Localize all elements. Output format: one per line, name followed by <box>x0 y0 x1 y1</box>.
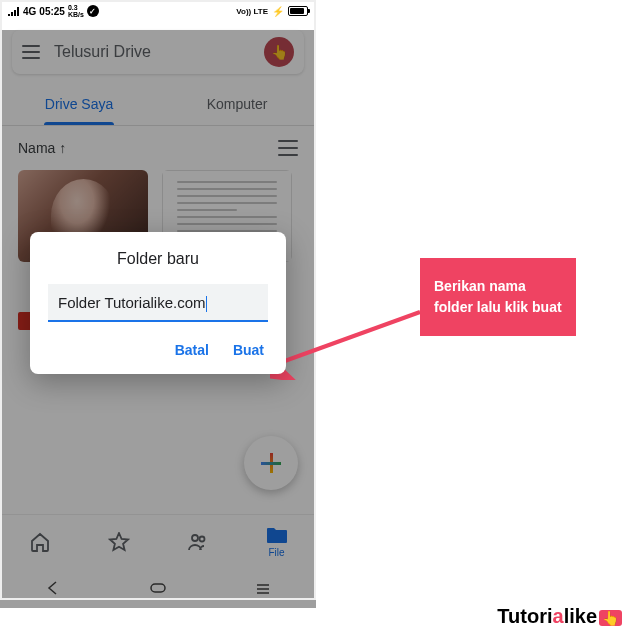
speed-value: 0.3 <box>68 4 84 11</box>
status-right: Vo)) LTE ⚡ <box>236 6 308 17</box>
dialog-input-wrap[interactable]: Folder Tutorialike.com <box>48 284 268 322</box>
charge-icon: ⚡ <box>272 6 284 17</box>
folder-name-input[interactable]: Folder Tutorialike.com <box>58 294 207 311</box>
dialog-actions: Batal Buat <box>48 336 268 364</box>
callout-text: Berikan nama folder lalu klik buat <box>434 278 562 315</box>
status-time: 05:25 <box>39 6 65 17</box>
dialog-title: Folder baru <box>48 250 268 268</box>
watermark: Tutorialike👆 <box>497 605 622 628</box>
phone-frame: 4G 05:25 0.3KB/s ✓ Vo)) LTE ⚡ Telusuri D… <box>0 0 316 600</box>
speed-unit: KB/s <box>68 11 84 18</box>
text-cursor <box>206 296 207 312</box>
check-icon: ✓ <box>87 5 99 17</box>
status-bar: 4G 05:25 0.3KB/s ✓ Vo)) LTE ⚡ <box>0 0 316 22</box>
signal-icon <box>8 6 20 16</box>
instruction-callout: Berikan nama folder lalu klik buat <box>420 258 576 336</box>
volte-icon: Vo)) LTE <box>236 7 268 16</box>
cancel-button[interactable]: Batal <box>175 342 209 358</box>
battery-icon <box>288 6 308 16</box>
create-button[interactable]: Buat <box>233 342 264 358</box>
network-type: 4G <box>23 6 36 17</box>
status-left: 4G 05:25 0.3KB/s ✓ <box>8 4 99 18</box>
new-folder-dialog: Folder baru Folder Tutorialike.com Batal… <box>30 232 286 374</box>
watermark-icon: 👆 <box>599 610 622 626</box>
